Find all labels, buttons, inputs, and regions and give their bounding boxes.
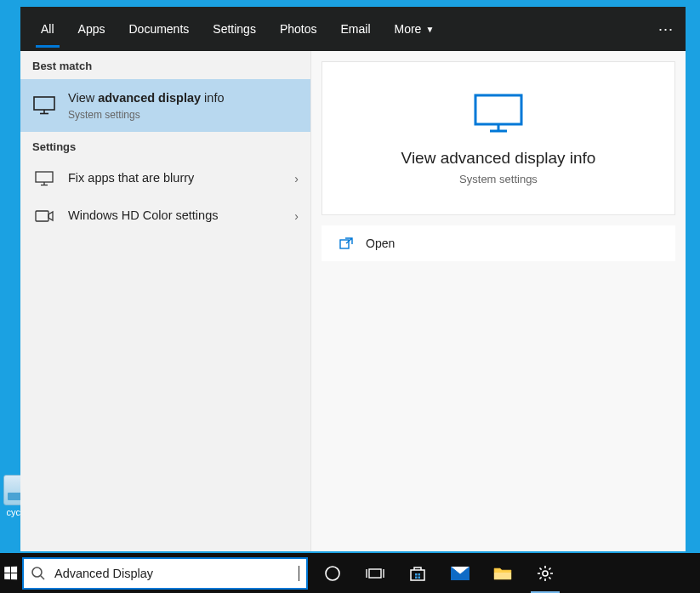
- taskbar-icons: [311, 553, 566, 593]
- start-button[interactable]: [0, 553, 20, 593]
- tab-apps[interactable]: Apps: [66, 7, 117, 51]
- mail-icon[interactable]: [439, 553, 481, 593]
- windows-logo-icon: [4, 567, 17, 579]
- result-title-prefix: View: [68, 91, 98, 105]
- search-tabs: All Apps Documents Settings Photos Email…: [20, 7, 686, 51]
- result-text: Fix apps that are blurry: [68, 170, 287, 187]
- search-icon: [31, 566, 46, 581]
- result-windows-hd-color[interactable]: Windows HD Color settings ›: [20, 197, 310, 235]
- detail-subtitle: System settings: [339, 173, 657, 185]
- result-subtitle: System settings: [68, 109, 299, 121]
- tab-email[interactable]: Email: [328, 7, 382, 51]
- monitor-icon: [473, 93, 524, 134]
- svg-line-30: [549, 577, 550, 579]
- monitor-icon: [32, 94, 56, 117]
- svg-rect-19: [418, 573, 421, 576]
- task-view-button[interactable]: [354, 553, 396, 593]
- result-text: View advanced display info System settin…: [68, 90, 299, 121]
- result-title: View advanced display info: [68, 90, 299, 107]
- search-results-panel: All Apps Documents Settings Photos Email…: [20, 7, 686, 551]
- svg-rect-3: [36, 172, 53, 182]
- tab-settings[interactable]: Settings: [201, 7, 268, 51]
- tab-all[interactable]: All: [29, 7, 66, 51]
- chevron-right-icon: ›: [294, 172, 299, 185]
- svg-rect-14: [369, 569, 381, 578]
- result-title: Fix apps that are blurry: [68, 170, 287, 187]
- svg-rect-0: [34, 97, 54, 110]
- taskbar-search-box[interactable]: [22, 557, 308, 590]
- more-options-button[interactable]: ···: [658, 7, 674, 51]
- camera-icon: [32, 204, 56, 228]
- svg-rect-23: [494, 573, 511, 579]
- file-explorer-icon[interactable]: [481, 553, 524, 593]
- svg-point-24: [543, 571, 548, 576]
- text-cursor: [299, 566, 299, 581]
- store-icon[interactable]: [396, 553, 439, 593]
- result-title-suffix: info: [201, 91, 224, 105]
- action-open-label: Open: [366, 237, 395, 250]
- detail-title: View advanced display info: [339, 149, 657, 168]
- svg-point-13: [326, 567, 339, 580]
- svg-rect-20: [415, 576, 418, 579]
- detail-pane: View advanced display info System settin…: [311, 51, 686, 551]
- tab-more[interactable]: More ▼: [383, 7, 447, 51]
- svg-rect-10: [340, 240, 349, 248]
- section-best-match: Best match: [20, 51, 310, 79]
- svg-rect-21: [418, 576, 421, 579]
- settings-icon[interactable]: [524, 553, 566, 593]
- tab-photos[interactable]: Photos: [268, 7, 329, 51]
- monitor-icon: [32, 167, 56, 191]
- section-settings: Settings: [20, 132, 310, 160]
- result-view-advanced-display-info[interactable]: View advanced display info System settin…: [20, 79, 310, 132]
- svg-line-29: [540, 567, 542, 569]
- taskbar: [0, 553, 700, 593]
- svg-rect-7: [475, 95, 521, 124]
- svg-line-31: [540, 577, 542, 579]
- svg-rect-6: [36, 211, 48, 221]
- result-text: Windows HD Color settings: [68, 208, 287, 225]
- tab-documents[interactable]: Documents: [117, 7, 201, 51]
- result-title: Windows HD Color settings: [68, 208, 287, 225]
- search-input[interactable]: [54, 567, 298, 580]
- results-list: Best match View advanced display info Sy…: [20, 51, 311, 551]
- cortana-button[interactable]: [311, 553, 354, 593]
- tab-more-label: More: [395, 22, 422, 36]
- open-icon: [339, 236, 354, 251]
- result-fix-blurry-apps[interactable]: Fix apps that are blurry ›: [20, 160, 310, 197]
- chevron-right-icon: ›: [294, 209, 299, 223]
- svg-point-11: [32, 567, 42, 577]
- chevron-down-icon: ▼: [425, 25, 434, 34]
- detail-card: View advanced display info System settin…: [322, 61, 675, 215]
- result-title-bold: advanced display: [98, 91, 201, 105]
- svg-rect-17: [411, 570, 424, 580]
- svg-line-12: [41, 575, 44, 579]
- search-body: Best match View advanced display info Sy…: [20, 51, 686, 551]
- svg-line-32: [549, 567, 550, 569]
- svg-rect-18: [415, 573, 418, 576]
- action-open[interactable]: Open: [322, 225, 675, 261]
